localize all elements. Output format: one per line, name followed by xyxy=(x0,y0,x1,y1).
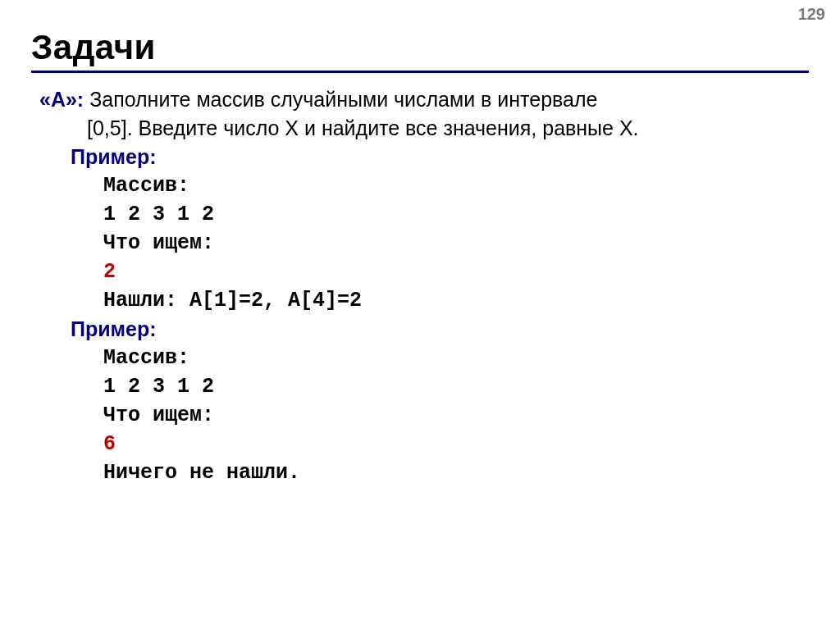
example-1-line-1: 1 2 3 1 2 xyxy=(103,200,807,229)
example-1-line-4: Нашли: A[1]=2, A[4]=2 xyxy=(103,286,807,315)
example-label-2: Пример: xyxy=(71,315,807,344)
slide-page: 129 Задачи «A»: Заполните массив случайн… xyxy=(0,0,840,629)
task-description-line1: «A»: Заполните массив случайными числами… xyxy=(39,85,807,114)
example-1-line-0: Массив: xyxy=(103,171,807,200)
example-2-line-2: Что ищем: xyxy=(103,401,807,430)
task-description-line2: [0,5]. Введите число X и найдите все зна… xyxy=(87,114,807,143)
example-2-line-1: 1 2 3 1 2 xyxy=(103,372,807,401)
example-2-line-3: 6 xyxy=(103,430,807,458)
content-block: «A»: Заполните массив случайными числами… xyxy=(39,85,807,487)
example-2-line-4: Ничего не нашли. xyxy=(103,458,807,487)
example-label-1: Пример: xyxy=(71,143,807,171)
example-2-line-0: Массив: xyxy=(103,344,807,372)
task-label: «A»: xyxy=(39,88,84,111)
task-text-part1: Заполните массив случайными числами в ин… xyxy=(84,88,597,111)
page-title: Задачи xyxy=(31,28,809,73)
page-number: 129 xyxy=(798,5,825,24)
example-1-line-2: Что ищем: xyxy=(103,229,807,258)
example-1-line-3: 2 xyxy=(103,258,807,286)
